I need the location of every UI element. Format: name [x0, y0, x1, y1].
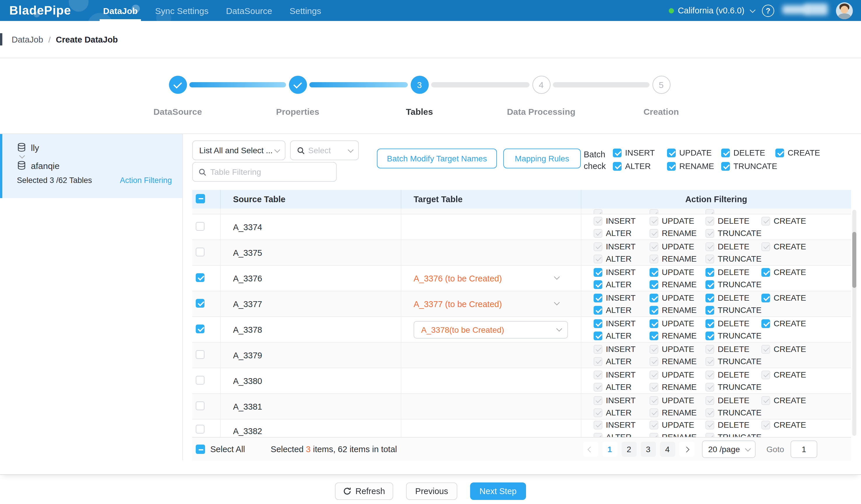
checkbox-delete[interactable] — [706, 294, 714, 302]
environment-selector[interactable]: California (v0.6.0) — [668, 6, 754, 15]
action-col: INSERTALTER — [593, 242, 650, 263]
secondary-select[interactable]: Select — [290, 140, 359, 160]
checkbox-insert[interactable] — [593, 294, 602, 302]
checkbox-truncate[interactable] — [706, 305, 714, 314]
previous-button[interactable]: Previous — [406, 482, 457, 500]
target-table-select[interactable]: A_3378(to be Created) — [414, 321, 568, 338]
checkbox-create[interactable] — [761, 319, 770, 328]
checkbox-alter[interactable] — [613, 162, 621, 171]
nav-item-datajob[interactable]: DataJob — [94, 0, 146, 21]
checkbox-label: UPDATE — [662, 319, 694, 328]
checkbox-rename[interactable] — [650, 280, 658, 289]
goto-page-input[interactable] — [791, 440, 817, 458]
batch-modify-target-names-button[interactable]: Batch Modify Target Names — [377, 149, 497, 168]
nav-item-sync-settings[interactable]: Sync Settings — [146, 0, 217, 21]
page-size-select[interactable]: 20 /page — [702, 440, 755, 458]
batch-check-col: UPDATERENAME — [667, 148, 721, 171]
action-grid: INSERTALTERUPDATERENAMEDELETETRUNCATECRE… — [582, 268, 851, 289]
page-button-3[interactable]: 3 — [641, 442, 656, 457]
action-update: UPDATE — [650, 396, 706, 405]
table-scrollbar-track[interactable] — [852, 210, 856, 436]
select-all-checkbox[interactable] — [196, 445, 205, 454]
checkbox-label: DELETE — [718, 242, 749, 251]
checkbox-rename[interactable] — [650, 305, 658, 314]
row-select-cell — [192, 299, 220, 309]
action-col: UPDATERENAME — [650, 396, 706, 417]
checkbox-update — [650, 420, 658, 429]
checkbox-rename[interactable] — [650, 331, 658, 340]
checkbox-delete — [706, 242, 714, 251]
action-col: CREATE — [761, 319, 817, 340]
checkbox-delete[interactable] — [706, 268, 714, 276]
source-db-name: lly — [31, 142, 39, 152]
nav-item-datasource[interactable]: DataSource — [217, 0, 281, 21]
row-select-checkbox[interactable] — [196, 350, 204, 359]
table-filter-input[interactable] — [210, 167, 330, 177]
tables-table: Source Table Target Table Action Filteri… — [192, 190, 851, 437]
checkbox-insert — [593, 420, 602, 429]
checkbox-rename[interactable] — [667, 162, 676, 171]
checkbox-delete[interactable] — [721, 148, 730, 157]
step-label: Tables — [373, 107, 466, 117]
page-button-1[interactable]: 1 — [602, 442, 617, 457]
checkbox-truncate[interactable] — [706, 331, 714, 340]
target-db-line: afanqie — [17, 159, 172, 172]
checkbox-alter[interactable] — [593, 331, 602, 340]
select-page-checkbox[interactable] — [196, 194, 205, 203]
list-mode-select[interactable]: List All and Select ... — [192, 140, 285, 160]
row-select-checkbox[interactable] — [196, 401, 204, 410]
checkbox-update[interactable] — [650, 268, 658, 276]
batch-action-create: CREATE — [775, 148, 830, 157]
top-nav: BladePipe DataJobSync SettingsDataSource… — [0, 0, 861, 21]
checkbox-alter[interactable] — [593, 305, 602, 314]
checkbox-truncate[interactable] — [706, 280, 714, 289]
checkbox-create[interactable] — [761, 294, 770, 302]
row-select-cell — [192, 376, 220, 386]
refresh-button[interactable]: Refresh — [335, 482, 393, 500]
brand-logo[interactable]: BladePipe — [0, 0, 94, 21]
action-filtering-link[interactable]: Action Filtering — [120, 176, 172, 185]
mapping-rules-button[interactable]: Mapping Rules — [503, 149, 581, 168]
checkbox-create[interactable] — [761, 268, 770, 276]
checkbox-label: CREATE — [774, 396, 806, 405]
checkbox-update[interactable] — [650, 294, 658, 302]
row-select-checkbox[interactable] — [196, 425, 204, 434]
checkbox-create[interactable] — [775, 148, 784, 157]
row-select-checkbox[interactable] — [196, 247, 204, 256]
action-checkbox — [650, 209, 658, 215]
row-select-checkbox[interactable] — [196, 299, 204, 307]
page-button-4[interactable]: 4 — [660, 442, 675, 457]
checkbox-update[interactable] — [650, 319, 658, 328]
action-create: CREATE — [761, 370, 817, 379]
checkbox-insert[interactable] — [593, 319, 602, 328]
step-circle-1 — [169, 76, 187, 94]
checkbox-label: CREATE — [774, 319, 806, 328]
action-insert: INSERT — [593, 293, 650, 302]
help-icon[interactable]: ? — [762, 4, 774, 17]
checkbox-truncate[interactable] — [721, 162, 730, 171]
breadcrumb-parent[interactable]: DataJob — [12, 35, 43, 44]
action-insert: INSERT — [593, 242, 650, 251]
table-scrollbar-thumb[interactable] — [852, 232, 856, 288]
avatar[interactable] — [836, 2, 853, 19]
checkbox-insert — [593, 242, 602, 251]
avatar-face — [840, 5, 848, 13]
checkbox-insert[interactable] — [593, 268, 602, 276]
checkbox-update[interactable] — [667, 148, 676, 157]
next-step-button[interactable]: Next Step — [470, 482, 526, 500]
datasource-pair-item[interactable]: lly afanqie Selected 3 /62 Tables Acti — [0, 134, 182, 198]
checkbox-alter[interactable] — [593, 280, 602, 289]
source-table-cell: A_3375 — [220, 240, 401, 265]
prev-page-button[interactable] — [583, 442, 598, 457]
row-select-checkbox[interactable] — [196, 222, 204, 230]
checkbox-label: RENAME — [662, 280, 697, 289]
page-button-2[interactable]: 2 — [621, 442, 637, 457]
row-select-checkbox[interactable] — [196, 273, 204, 282]
row-select-checkbox[interactable] — [196, 324, 204, 333]
table-row: A_3379INSERTALTERUPDATERENAMEDELETETRUNC… — [192, 343, 851, 368]
row-select-checkbox[interactable] — [196, 376, 204, 384]
nav-item-settings[interactable]: Settings — [281, 0, 330, 21]
checkbox-delete[interactable] — [706, 319, 714, 328]
checkbox-insert[interactable] — [613, 148, 621, 157]
next-page-button[interactable] — [679, 442, 694, 457]
